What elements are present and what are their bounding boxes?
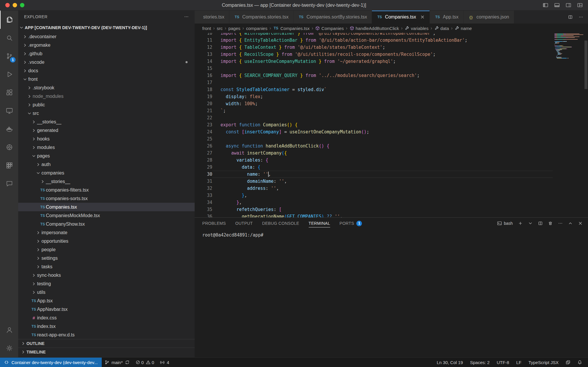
tree-item-devcontainer[interactable]: .devcontainer — [18, 32, 195, 41]
status-language-mode[interactable]: TypeScript JSX — [525, 358, 562, 367]
breadcrumb-variables[interactable]: variables — [405, 26, 428, 31]
code-editor[interactable]: 10import { WithTopBarContainer } from '@… — [195, 33, 588, 217]
settings-gear-activity-item[interactable] — [0, 339, 18, 357]
chevron-down-icon[interactable] — [528, 221, 533, 226]
panel-tab-output[interactable]: OUTPUT — [235, 218, 253, 229]
docker-activity-item[interactable] — [0, 120, 18, 138]
tree-item-index-css[interactable]: #index.css — [18, 314, 195, 322]
tree-item-hooks[interactable]: hooks — [18, 135, 195, 143]
tree-item-vscode[interactable]: .vscode — [18, 58, 195, 66]
zoom-window-button[interactable] — [20, 3, 24, 7]
explorer-more-actions-icon[interactable] — [184, 14, 189, 19]
status-prettier[interactable] — [563, 358, 573, 367]
terminal-shell-selector[interactable]: bash — [497, 221, 513, 226]
tree-item-index-tsx[interactable]: TSindex.tsx — [18, 322, 195, 331]
minimap[interactable] — [554, 33, 583, 59]
panel-tab-terminal[interactable]: TERMINAL — [309, 218, 330, 229]
tree-item-stories[interactable]: __stories__ — [18, 177, 195, 186]
tree-item-storybook[interactable]: .storybook — [18, 83, 195, 92]
split-editor-icon[interactable] — [568, 15, 573, 19]
search-activity-item[interactable] — [0, 29, 18, 47]
breadcrumb-companies-tsx[interactable]: TSCompanies.tsx — [273, 26, 310, 31]
problems-item[interactable]: 0 0 — [133, 358, 157, 367]
tree-item-utils[interactable]: utils — [18, 288, 195, 296]
editor-tab-app-tsx[interactable]: TSApp.tsx — [430, 11, 463, 24]
tree-item-companies-tsx[interactable]: TSCompanies.tsx — [18, 203, 195, 211]
breadcrumb-name[interactable]: name — [455, 26, 472, 31]
breadcrumb-front[interactable]: front — [202, 26, 211, 31]
tree-item-people[interactable]: people — [18, 245, 195, 254]
chevron-up-icon[interactable] — [568, 221, 573, 226]
tree-item-modules[interactable]: modules — [18, 143, 195, 152]
tools-activity-item[interactable] — [0, 138, 18, 156]
close-window-button[interactable] — [5, 3, 10, 7]
close-tab-icon[interactable] — [420, 15, 425, 19]
breadcrumb-pages[interactable]: pages — [228, 26, 240, 31]
tree-item-companies-filters-tsx[interactable]: TScompanies-filters.tsx — [18, 186, 195, 194]
account-activity-item[interactable] — [0, 321, 18, 339]
breadcrumb-handleaddbuttonclick[interactable]: handleAddButtonClick — [350, 26, 399, 31]
status-eol[interactable]: LF — [513, 358, 524, 367]
close-icon[interactable] — [578, 221, 583, 226]
comments-activity-item[interactable] — [0, 175, 18, 193]
add-icon[interactable] — [518, 221, 523, 226]
editor-tab-companies-sortby-stories-tsx[interactable]: TSCompanies.sortBy.stories.tsx — [293, 11, 372, 24]
files-activity-item[interactable] — [0, 11, 18, 29]
tree-item-react-app-env-d-ts[interactable]: TSreact-app-env.d.ts — [18, 331, 195, 339]
editor-tab-stories-tsx[interactable]: stories.tsx — [195, 11, 229, 24]
more-icon[interactable] — [579, 15, 583, 19]
scrollbar-thumb[interactable] — [584, 41, 587, 89]
breadcrumb-companies[interactable]: companies — [246, 26, 268, 31]
remote-explorer-activity-item[interactable] — [0, 102, 18, 120]
more-icon[interactable] — [558, 221, 563, 226]
tree-item-companyshow-tsx[interactable]: TSCompanyShow.tsx — [18, 220, 195, 228]
tree-item-public[interactable]: public — [18, 100, 195, 109]
terminal-output[interactable]: root@0a42ecd84891:/app# — [195, 229, 588, 238]
toggle-secondary-sidebar-icon[interactable] — [566, 2, 571, 8]
tree-item-auth[interactable]: auth — [18, 160, 195, 169]
run-debug-activity-item[interactable] — [0, 65, 18, 83]
tree-item-appnavbar-tsx[interactable]: TSAppNavbar.tsx — [18, 305, 195, 314]
tree-item-stories[interactable]: __stories__ — [18, 118, 195, 126]
breadcrumb-companies[interactable]: Companies — [315, 26, 344, 31]
kubernetes-activity-item[interactable] — [0, 156, 18, 175]
minimize-window-button[interactable] — [13, 3, 17, 7]
status-encoding[interactable]: UTF-8 — [494, 358, 512, 367]
tree-item-companiesmockmode-tsx[interactable]: TSCompaniesMockMode.tsx — [18, 211, 195, 220]
extensions-activity-item[interactable] — [0, 83, 18, 102]
remote-indicator[interactable]: Container dev-twenty-dev (dev-twenty-dev… — [0, 358, 102, 367]
tree-item-node-modules[interactable]: node_modules — [18, 92, 195, 100]
tree-item-ergomake[interactable]: .ergomake — [18, 41, 195, 49]
editor-scrollbar[interactable] — [584, 33, 588, 217]
tree-item-impersonate[interactable]: impersonate — [18, 228, 195, 237]
sidebar-section-outline[interactable]: OUTLINE — [18, 339, 195, 348]
tree-item-settings[interactable]: settings — [18, 254, 195, 262]
toggle-primary-sidebar-icon[interactable] — [543, 2, 548, 8]
tree-item-pages[interactable]: pages — [18, 152, 195, 160]
workspace-section-header[interactable]: APP [CONTAINER DEV-TWENTY-DEV (DEV-TWENT… — [18, 23, 195, 32]
customize-layout-icon[interactable] — [577, 2, 583, 8]
tree-item-companies[interactable]: companies — [18, 169, 195, 177]
tree-item-docs[interactable]: docs — [18, 66, 195, 75]
tree-item-github[interactable]: .github — [18, 49, 195, 58]
tree-item-src[interactable]: src — [18, 109, 195, 118]
panel-tab-problems[interactable]: PROBLEMS — [202, 218, 226, 229]
forwarded-ports-item[interactable]: 4 — [157, 358, 172, 367]
split-icon[interactable] — [538, 221, 543, 226]
editor-tab-companies-stories-tsx[interactable]: TSCompanies.stories.tsx — [229, 11, 293, 24]
breadcrumb-data[interactable]: data — [434, 26, 449, 31]
status-notifications[interactable] — [574, 358, 585, 367]
tree-item-front[interactable]: front — [18, 75, 195, 83]
trash-icon[interactable] — [548, 221, 553, 226]
panel-tab-debug-console[interactable]: DEBUG CONSOLE — [262, 218, 299, 229]
editor-tab-companies-json[interactable]: {}companies.json — [464, 11, 514, 24]
tree-item-testing[interactable]: testing — [18, 279, 195, 288]
tree-item-generated[interactable]: generated — [18, 126, 195, 135]
status-indentation[interactable]: Spaces: 2 — [467, 358, 493, 367]
status-cursor-position[interactable]: Ln 30, Col 19 — [434, 358, 466, 367]
tree-item-app-tsx[interactable]: TSApp.tsx — [18, 296, 195, 305]
tree-item-opportunities[interactable]: opportunities — [18, 237, 195, 245]
git-branch-item[interactable]: main* — [102, 358, 132, 367]
tree-item-companies-sorts-tsx[interactable]: TScompanies-sorts.tsx — [18, 194, 195, 203]
tree-item-tasks[interactable]: tasks — [18, 262, 195, 271]
